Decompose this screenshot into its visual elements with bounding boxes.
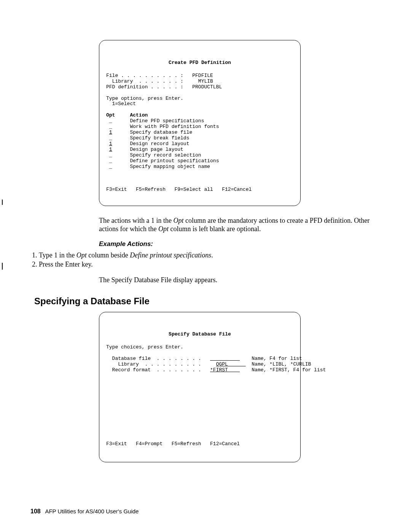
example-actions-heading: Example Actions: (99, 240, 388, 248)
opt-cell[interactable]: 1 (109, 147, 112, 152)
revision-bar (2, 200, 3, 205)
opt-cell[interactable]: 1 (109, 129, 112, 135)
opt-cell[interactable]: 1 (109, 141, 112, 147)
opt-cell[interactable]: _ (109, 152, 112, 158)
action-cell: Define PFD specifications (130, 118, 204, 124)
opt-cell[interactable]: _ (109, 164, 112, 169)
col-action: Action (130, 112, 148, 118)
fkey-line: F3=Exit F5=Refresh F9=Select all F12=Can… (106, 187, 252, 192)
action-cell: Specify database file (130, 129, 192, 135)
field-label: Database file . . . . . . . . (106, 356, 201, 361)
field-file-label: File . . . . . . . . . . : (106, 73, 183, 78)
opt-cell[interactable]: _ (109, 135, 112, 141)
instruction-line: Type options, press Enter. (106, 96, 183, 101)
terminal-specify-dbfile: Specify Database File Type choices, pres… (99, 312, 301, 463)
field-hint: Name, *LIBL, *CURLIB (252, 361, 311, 367)
instruction-line: Type choices, press Enter. (106, 344, 183, 350)
revision-bar (2, 263, 3, 270)
field-hint: Name, *FIRST, F4 for list (252, 367, 326, 373)
body-paragraph: The actions with a 1 in the Opt column a… (99, 217, 388, 233)
action-cell: Design record layout (130, 141, 189, 147)
opt-cell[interactable]: _ (109, 118, 112, 124)
terminal-title: Create PFD Definition (106, 60, 293, 66)
page-number: 108 (30, 508, 41, 514)
field-library-label: Library . . . . . . . : (106, 78, 183, 84)
field-library-value: MYLIB (198, 78, 213, 84)
opt-cell[interactable]: _ (109, 158, 112, 164)
col-opt: Opt (106, 112, 115, 118)
list-item: Type 1 in the Opt column beside Define p… (39, 251, 328, 260)
body-paragraph: The Specify Database File display appear… (99, 276, 388, 284)
terminal-title: Specify Database File (106, 332, 293, 337)
footer-title: AFP Utilities for AS/400 User's Guide (45, 508, 139, 514)
field-hint: Name, F4 for list (252, 356, 302, 361)
recfmt-input[interactable]: *FIRST (210, 367, 240, 373)
field-pfddef-value: PRODUCTLBL (192, 84, 222, 90)
list-item: Press the Enter key. (39, 260, 328, 269)
example-steps: Type 1 in the Opt column beside Define p… (39, 251, 328, 269)
action-cell: Specify mapping object name (130, 164, 210, 169)
field-label: Library . . . . . . . . . . (106, 361, 201, 367)
action-cell: Specify break fields (130, 135, 189, 141)
dbfile-input[interactable] (210, 356, 240, 361)
action-cell: Define printout specifications (130, 158, 219, 164)
action-cell: Design page layout (130, 147, 183, 152)
opt-cell[interactable]: _ (109, 124, 112, 129)
action-cell: Work with PFD definition fonts (130, 124, 219, 129)
fkey-line: F3=Exit F4=Prompt F5=Refresh F12=Cancel (106, 441, 240, 447)
section-heading: Specifying a Database File (34, 296, 381, 307)
field-pfddef-label: PFD definition . . . . . : (106, 84, 183, 90)
terminal-create-pfd: Create PFD Definition File . . . . . . .… (99, 40, 301, 206)
field-file-value: PFDFILE (192, 73, 213, 78)
library-input[interactable]: QGPL (216, 361, 246, 367)
page-footer: 108 AFP Utilities for AS/400 User's Guid… (30, 508, 139, 515)
action-cell: Specify record selection (130, 152, 201, 158)
field-label: Record format . . . . . . . . (106, 367, 201, 373)
instruction-line: 1=Select (106, 101, 136, 107)
